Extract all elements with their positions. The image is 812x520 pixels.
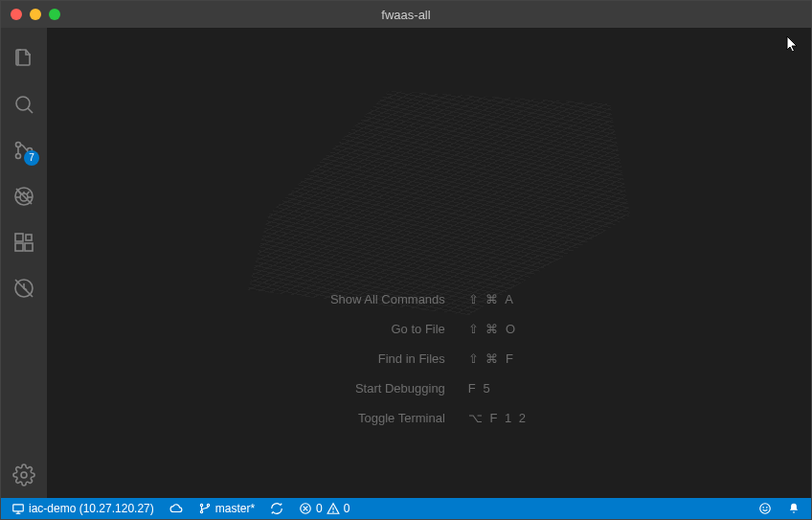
status-bar: iac-demo (10.27.120.27) master* 0 0 [1, 498, 811, 519]
svg-point-30 [332, 511, 333, 512]
sync-icon [270, 502, 283, 515]
problems-indicator[interactable]: 0 0 [296, 498, 352, 519]
svg-point-0 [16, 97, 30, 110]
shortcut-list: Show All Commands ⇧ ⌘ A Go to File ⇧ ⌘ O… [330, 292, 528, 425]
svg-point-3 [16, 154, 21, 159]
svg-rect-20 [13, 505, 24, 511]
window-controls [11, 9, 60, 20]
svg-point-32 [763, 508, 764, 509]
cloud-status[interactable] [167, 498, 186, 519]
shortcut-keys: F 5 [468, 381, 528, 396]
svg-point-25 [207, 504, 209, 506]
warning-count: 0 [344, 502, 350, 515]
notifications-button[interactable] [784, 498, 803, 519]
branch-label: master* [215, 502, 255, 515]
svg-point-2 [16, 143, 21, 147]
error-count: 0 [316, 502, 323, 515]
warning-icon [327, 502, 340, 515]
editor-welcome: Show All Commands ⇧ ⌘ A Go to File ⇧ ⌘ O… [47, 28, 811, 498]
shortcut-label: Go to File [330, 322, 445, 336]
scm-badge: 7 [24, 150, 39, 166]
cloud-icon [169, 502, 183, 515]
shortcut-label: Start Debugging [330, 381, 445, 396]
scm-tab[interactable]: 7 [1, 127, 47, 173]
svg-point-31 [760, 504, 771, 514]
close-window-button[interactable] [11, 9, 22, 20]
git-branch[interactable]: master* [195, 498, 258, 519]
debug-tab[interactable] [1, 173, 47, 219]
remote-label: iac-demo (10.27.120.27) [29, 502, 154, 515]
feedback-button[interactable] [756, 498, 775, 519]
settings-tab[interactable] [1, 452, 47, 498]
svg-rect-15 [25, 243, 33, 251]
activity-bar: 7 [1, 28, 47, 498]
gear-icon [12, 463, 35, 486]
shortcut-label: Find in Files [330, 351, 445, 366]
window-title: fwaas-all [1, 8, 811, 22]
remote-icon [11, 502, 25, 515]
search-tab[interactable] [1, 81, 47, 127]
svg-point-24 [200, 510, 202, 512]
remote-indicator[interactable]: iac-demo (10.27.120.27) [9, 498, 157, 519]
shortcut-keys: ⇧ ⌘ A [468, 292, 528, 306]
files-icon [12, 47, 35, 70]
explorer-tab[interactable] [1, 35, 47, 81]
branch-icon [198, 502, 212, 515]
svg-rect-16 [26, 235, 32, 240]
svg-point-33 [766, 508, 767, 509]
minimize-window-button[interactable] [30, 9, 41, 20]
shortcut-label: Toggle Terminal [330, 411, 445, 425]
svg-point-19 [21, 472, 27, 478]
svg-line-11 [27, 192, 30, 194]
extensions-icon [12, 231, 35, 254]
svg-line-1 [28, 108, 33, 113]
clock-icon [12, 277, 35, 300]
timeline-tab[interactable] [1, 265, 47, 311]
shortcut-keys: ⇧ ⌘ F [468, 351, 528, 366]
shortcut-label: Show All Commands [330, 292, 445, 306]
smiley-icon [758, 502, 772, 515]
search-icon [12, 93, 35, 116]
svg-point-23 [200, 504, 202, 506]
extensions-tab[interactable] [1, 219, 47, 265]
zoom-window-button[interactable] [49, 9, 60, 20]
background-watermark [228, 66, 630, 315]
titlebar: fwaas-all [1, 1, 811, 28]
svg-rect-14 [15, 243, 23, 251]
sync-button[interactable] [267, 498, 286, 519]
shortcut-keys: ⇧ ⌘ O [468, 322, 528, 336]
bug-icon [12, 185, 35, 208]
bell-icon [787, 502, 801, 515]
error-icon [299, 502, 312, 515]
shortcut-keys: ⌥ F 1 2 [468, 411, 528, 425]
svg-rect-13 [15, 234, 23, 241]
